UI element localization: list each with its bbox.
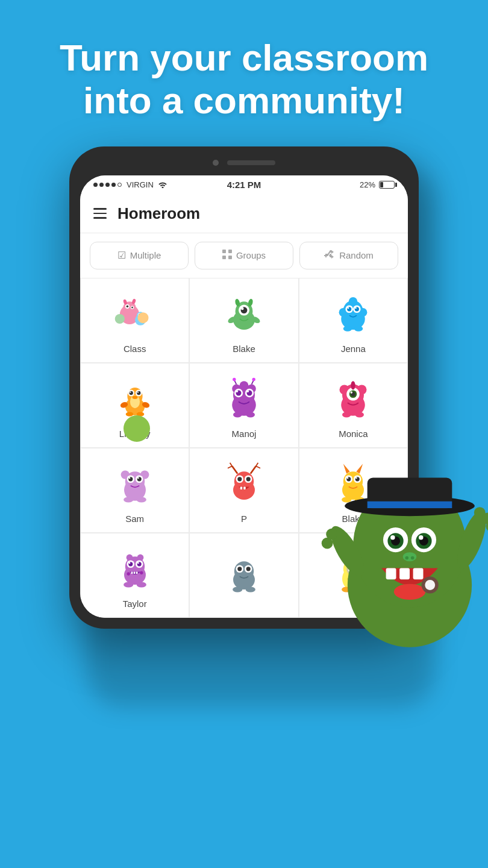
groups-label: Groups	[236, 250, 266, 260]
svg-point-91	[137, 477, 139, 479]
svg-point-179	[482, 512, 488, 524]
avatar-class	[111, 289, 159, 338]
svg-point-31	[349, 297, 357, 306]
avatar-monica	[329, 374, 377, 423]
phone-mockup: VIRGIN 4:21 PM 22%	[0, 146, 488, 629]
student-name-manoj: Manoj	[232, 429, 257, 439]
student-card-extra2[interactable]	[299, 533, 407, 617]
svg-point-178	[474, 507, 486, 518]
svg-point-141	[237, 567, 242, 571]
svg-point-144	[246, 587, 255, 593]
avatar-blake1	[220, 289, 268, 338]
svg-rect-107	[243, 486, 246, 489]
svg-point-37	[355, 307, 357, 309]
svg-point-38	[343, 326, 352, 331]
student-card-extra1[interactable]	[190, 533, 298, 617]
front-camera	[213, 160, 219, 166]
svg-point-129	[137, 562, 139, 564]
groups-icon	[222, 250, 232, 262]
svg-point-7	[126, 305, 128, 307]
svg-point-135	[124, 582, 133, 587]
svg-point-57	[240, 381, 248, 389]
svg-point-39	[354, 326, 363, 331]
student-card-manoj[interactable]: Manoj	[190, 363, 298, 447]
app-header: Homeroom	[80, 195, 408, 233]
avatar-p	[220, 459, 268, 508]
svg-point-68	[252, 377, 255, 380]
svg-point-14	[137, 312, 148, 323]
svg-line-98	[230, 462, 233, 465]
earpiece	[227, 160, 275, 165]
svg-rect-131	[133, 571, 135, 574]
svg-point-154	[342, 587, 351, 593]
hamburger-menu[interactable]	[93, 208, 107, 219]
multiple-button[interactable]: ☑ Multiple	[90, 242, 189, 269]
student-card-blake1[interactable]: Blake	[190, 278, 298, 362]
floating-circle	[124, 415, 150, 442]
student-card-jenna[interactable]: Jenna	[299, 278, 407, 362]
svg-point-92	[124, 497, 133, 502]
student-card-p[interactable]: P	[190, 448, 298, 532]
phone-frame: VIRGIN 4:21 PM 22%	[69, 146, 419, 629]
svg-point-9	[131, 306, 133, 308]
svg-line-96	[232, 466, 237, 474]
student-card-taylor[interactable]: Taylor	[81, 533, 189, 617]
student-name-blake2: Blake	[342, 514, 365, 524]
student-name-blake1: Blake	[233, 344, 255, 354]
svg-point-70	[246, 412, 255, 417]
random-label: Random	[339, 250, 374, 260]
svg-point-134	[140, 571, 143, 574]
avatar-taylor	[111, 544, 159, 593]
svg-point-46	[137, 391, 140, 394]
avatar-manoj	[220, 374, 268, 423]
random-icon	[324, 250, 335, 261]
student-card-sam[interactable]: Sam	[81, 448, 189, 532]
svg-marker-111	[357, 464, 363, 473]
student-name-taylor: Taylor	[123, 599, 147, 609]
action-buttons-row: ☑ Multiple Groups	[80, 233, 408, 278]
svg-point-180	[486, 520, 488, 532]
svg-point-123	[137, 554, 143, 561]
svg-rect-130	[131, 571, 133, 574]
hero-title: Turn your classroom into a community!	[24, 36, 464, 122]
svg-rect-3	[228, 256, 232, 259]
svg-point-78	[351, 391, 353, 394]
svg-rect-1	[228, 250, 232, 253]
student-name-monica: Monica	[339, 429, 368, 439]
svg-point-150	[351, 566, 353, 568]
student-card-blake2[interactable]: Blake	[299, 448, 407, 532]
app-title: Homeroom	[117, 204, 200, 223]
svg-rect-152	[352, 579, 354, 581]
svg-point-105	[246, 477, 251, 481]
signal-dot-4	[111, 183, 116, 187]
svg-point-36	[348, 307, 349, 309]
signal-dot-3	[105, 183, 110, 187]
svg-point-133	[127, 572, 130, 575]
battery-fill	[380, 182, 383, 187]
svg-point-64	[246, 390, 249, 392]
svg-rect-153	[355, 579, 357, 581]
svg-point-90	[128, 477, 130, 479]
svg-point-143	[233, 587, 242, 593]
svg-point-45	[129, 391, 133, 394]
svg-point-142	[246, 567, 251, 571]
students-grid: Class	[80, 278, 408, 618]
student-card-monica[interactable]: Monica	[299, 363, 407, 447]
svg-rect-132	[136, 571, 137, 574]
svg-point-49	[132, 395, 137, 398]
svg-marker-110	[343, 464, 350, 473]
svg-point-177	[452, 507, 488, 572]
student-card-class[interactable]: Class	[81, 278, 189, 362]
random-button[interactable]: Random	[299, 242, 398, 269]
carrier-label: VIRGIN	[127, 180, 154, 189]
svg-point-81	[355, 412, 364, 417]
hamburger-line-3	[93, 217, 107, 219]
svg-point-117	[355, 477, 357, 479]
avatar-sam	[111, 459, 159, 508]
phone-top-bar	[80, 157, 408, 171]
groups-button[interactable]: Groups	[195, 242, 293, 269]
avatar-blake2	[329, 459, 377, 508]
svg-point-155	[355, 587, 364, 593]
svg-point-69	[233, 412, 242, 417]
student-name-p: P	[241, 514, 247, 524]
